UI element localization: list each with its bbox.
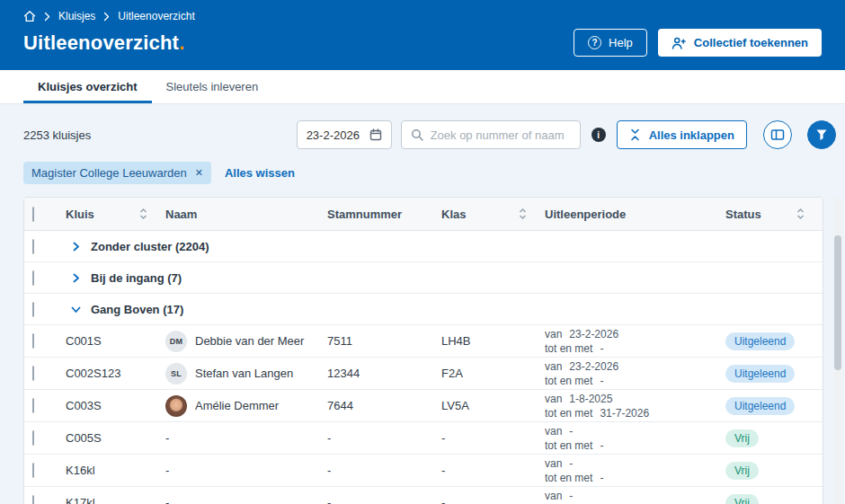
student-name-cell: - <box>165 431 327 445</box>
search-input[interactable] <box>431 128 571 142</box>
student-name: Debbie van der Meer <box>195 334 304 348</box>
chevron-right-icon[interactable] <box>70 272 82 284</box>
student-name: - <box>165 496 169 504</box>
group-label: Zonder cluster (2204) <box>91 240 209 253</box>
breadcrumb-kluisjes[interactable]: Kluisjes <box>58 10 95 22</box>
period-to: tot en met- <box>545 471 716 485</box>
page-title-text: Uitleenoverzicht <box>23 31 179 54</box>
date-value: 23-2-2026 <box>307 128 360 142</box>
chevron-right-icon[interactable] <box>70 241 82 252</box>
row-checkbox[interactable] <box>32 398 34 413</box>
student-name-cell: - <box>165 496 327 504</box>
period-to-value: 31-7-2026 <box>600 406 649 420</box>
period-to-label: tot en met <box>545 471 592 485</box>
sort-icon[interactable] <box>519 208 527 220</box>
person-plus-icon <box>672 37 686 49</box>
columns-button[interactable] <box>763 120 792 149</box>
period-from: van- <box>545 424 716 438</box>
scrollbar-thumb[interactable] <box>834 235 841 370</box>
filter-chip-school[interactable]: Magister College Leeuwarden ✕ <box>23 162 211 184</box>
status-cell: Uitgeleend <box>725 332 823 350</box>
table-row: K16kl---van-tot en met-Vrij <box>24 455 823 487</box>
question-icon: ? <box>588 36 601 49</box>
row-checkbox[interactable] <box>32 333 34 349</box>
tab-kluisjes-overzicht[interactable]: Kluisjes overzicht <box>23 70 152 103</box>
help-button[interactable]: ? Help <box>574 29 647 57</box>
loan-period: van23-2-2026tot en met- <box>545 359 725 388</box>
column-label: Uitleenperiode <box>545 208 626 221</box>
student-number: - <box>327 431 441 445</box>
row-checkbox[interactable] <box>32 366 34 381</box>
period-from-value: 1-8-2025 <box>569 392 612 406</box>
chip-close-icon[interactable]: ✕ <box>195 168 203 178</box>
sort-icon[interactable] <box>796 208 805 220</box>
table-row: C005S---van-tot en met-Vrij <box>24 422 823 455</box>
tab-bar: Kluisjes overzicht Sleutels inleveren <box>0 70 845 104</box>
locker-id: C002S123 <box>66 367 165 380</box>
row-checkbox-cell <box>24 464 66 477</box>
locker-id: K16kl <box>66 464 165 477</box>
toolbar: 2253 kluisjes 23-2-2026 i Alles inklappe… <box>23 120 836 149</box>
table-group-row: Zonder cluster (2204) <box>24 231 823 262</box>
locker-count: 2253 kluisjes <box>23 128 91 142</box>
period-from-value: 23-2-2026 <box>569 327 618 341</box>
column-header-status[interactable]: Status <box>725 208 823 221</box>
loan-period: van-tot en met- <box>545 424 725 453</box>
group-header[interactable]: Zonder cluster (2204) <box>66 240 823 253</box>
clear-all-filters-link[interactable]: Alles wissen <box>225 166 295 180</box>
column-header-stamnummer: Stamnummer <box>327 208 441 221</box>
app-header: Kluisjes Uitleenoverzicht Uitleenoverzic… <box>0 0 845 70</box>
group-header[interactable]: Gang Boven (17) <box>66 303 823 316</box>
collapse-icon <box>629 128 641 141</box>
row-checkbox[interactable] <box>32 239 34 254</box>
filter-chip-label: Magister College Leeuwarden <box>31 166 187 180</box>
table-row: C001SDMDebbie van der Meer7511LH4Bvan23-… <box>24 325 823 358</box>
collapse-all-button[interactable]: Alles inklappen <box>617 120 747 149</box>
student-name-cell: - <box>165 464 327 477</box>
period-from-label: van <box>545 489 562 503</box>
student-name-cell: DMDebbie van der Meer <box>165 331 327 352</box>
group-header[interactable]: Bij de ingang (7) <box>66 271 823 285</box>
home-icon[interactable] <box>23 10 36 22</box>
filter-button[interactable] <box>807 120 836 149</box>
avatar-initials: DM <box>165 331 187 352</box>
period-from-label: van <box>545 327 562 341</box>
columns-icon <box>770 128 785 141</box>
help-label: Help <box>609 36 633 49</box>
date-picker[interactable]: 23-2-2026 <box>297 120 392 149</box>
column-label: Status <box>725 208 761 221</box>
student-number: 7644 <box>327 399 441 412</box>
student-name: - <box>165 431 169 445</box>
student-class: F2A <box>441 367 545 380</box>
vertical-scrollbar[interactable] <box>834 198 841 504</box>
row-checkbox[interactable] <box>32 302 34 317</box>
row-checkbox[interactable] <box>32 430 34 446</box>
status-cell: Uitgeleend <box>725 397 823 415</box>
tab-sleutels-inleveren[interactable]: Sleutels inleveren <box>152 70 273 103</box>
student-number: 7511 <box>327 334 441 348</box>
student-class: - <box>441 496 545 504</box>
status-badge: Vrij <box>725 494 759 504</box>
avatar-initials: SL <box>165 363 187 385</box>
breadcrumb: Kluisjes Uitleenoverzicht <box>23 10 822 22</box>
period-to: tot en met- <box>545 438 716 453</box>
avatar-photo <box>165 395 187 417</box>
row-checkbox[interactable] <box>32 495 34 504</box>
chevron-down-icon[interactable] <box>70 304 82 315</box>
sort-icon[interactable] <box>139 208 147 220</box>
period-from: van- <box>545 489 716 503</box>
select-all-checkbox[interactable] <box>32 207 34 222</box>
info-icon[interactable]: i <box>592 128 606 142</box>
column-header-kluis[interactable]: Kluis <box>66 208 165 221</box>
period-to: tot en met- <box>545 374 716 388</box>
loan-period: van23-2-2026tot en met- <box>545 327 725 356</box>
period-to-label: tot en met <box>545 406 592 420</box>
row-checkbox[interactable] <box>32 463 34 478</box>
student-class: - <box>441 464 545 477</box>
row-checkbox[interactable] <box>32 270 34 286</box>
column-header-klas[interactable]: Klas <box>441 208 545 221</box>
row-checkbox-cell <box>24 367 66 380</box>
student-name-cell: SLStefan van Langen <box>165 363 327 385</box>
collective-assign-button[interactable]: Collectief toekennen <box>658 29 822 57</box>
status-cell: Vrij <box>725 494 823 504</box>
